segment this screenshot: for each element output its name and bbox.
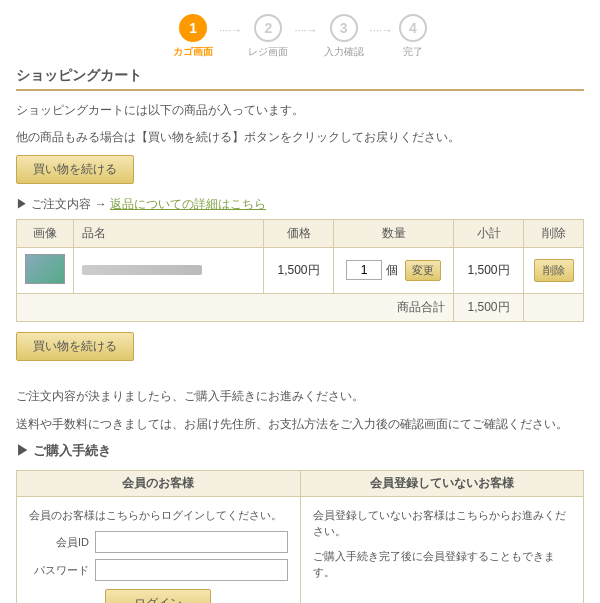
qty-unit: 個 (386, 263, 398, 277)
step-4: 4 完了 (399, 14, 427, 59)
continue-shopping-button-bottom[interactable]: 買い物を続ける (16, 332, 134, 361)
col-header-name: 品名 (74, 220, 264, 248)
col-header-subtotal: 小計 (454, 220, 524, 248)
step-1-label: カゴ画面 (173, 45, 213, 59)
continue-shopping-button-top[interactable]: 買い物を続ける (16, 155, 134, 184)
password-input[interactable] (95, 559, 288, 581)
step-bar: 1 カゴ画面 ····→ 2 レジ画面 ····→ 3 入力確認 ····→ 4… (0, 0, 600, 67)
order-header-text: ▶ ご注文内容 → (16, 197, 110, 211)
purchase-info-1: ご注文内容が決まりましたら、ご購入手続きにお進みください。 (16, 387, 584, 406)
step-1-circle: 1 (179, 14, 207, 42)
step-2-label: レジ画面 (248, 45, 288, 59)
total-empty (524, 294, 584, 322)
product-name (82, 265, 202, 275)
order-section: ▶ ご注文内容 → 返品についての詳細はこちら 画像 品名 価格 数量 小計 削… (16, 196, 584, 322)
member-id-label: 会員ID (29, 535, 89, 550)
qty-input[interactable] (346, 260, 382, 280)
purchase-section: ご注文内容が決まりましたら、ご購入手続きにお進みください。 送料や手数料につきま… (16, 387, 584, 603)
col-header-delete: 削除 (524, 220, 584, 248)
product-price-cell: 1,500円 (264, 248, 334, 294)
page-title: ショッピングカート (16, 67, 584, 91)
product-delete-cell: 削除 (524, 248, 584, 294)
step-arrow-3: ····→ (370, 24, 393, 36)
purchase-info-2: 送料や手数料につきましては、お届け先住所、お支払方法をご入力後の確認画面にてご確… (16, 415, 584, 434)
step-3-label: 入力確認 (324, 45, 364, 59)
col-header-img: 画像 (17, 220, 74, 248)
password-label: パスワード (29, 563, 89, 578)
cart-info-2: 他の商品もみる場合は【買い物を続ける】ボタンをクリックしてお戻りください。 (16, 128, 584, 147)
total-value: 1,500円 (454, 294, 524, 322)
change-qty-button[interactable]: 変更 (405, 260, 441, 281)
product-image-cell (17, 248, 74, 294)
member-box-right-title: 会員登録していないお客様 (301, 471, 584, 497)
step-3: 3 入力確認 (324, 14, 364, 59)
total-row: 商品合計 1,500円 (17, 294, 584, 322)
member-box-right-desc1: 会員登録していないお客様はこちらからお進みください。 (313, 507, 572, 540)
step-2: 2 レジ画面 (248, 14, 288, 59)
delete-button[interactable]: 削除 (534, 259, 574, 282)
member-box-right: 会員登録していないお客様 会員登録していないお客様はこちらからお進みください。 … (301, 471, 584, 603)
member-id-input[interactable] (95, 531, 288, 553)
member-box-left-desc: 会員のお客様はこちらからログインしてください。 (29, 507, 288, 524)
table-header-row: 画像 品名 価格 数量 小計 削除 (17, 220, 584, 248)
password-row: パスワード (29, 559, 288, 581)
return-details-link[interactable]: 返品についての詳細はこちら (110, 197, 266, 211)
member-id-row: 会員ID (29, 531, 288, 553)
product-subtotal-cell: 1,500円 (454, 248, 524, 294)
step-arrow-1: ····→ (219, 24, 242, 36)
step-1: 1 カゴ画面 (173, 14, 213, 59)
page-content: ショッピングカート ショッピングカートには以下の商品が入っています。 他の商品も… (0, 67, 600, 603)
step-4-circle: 4 (399, 14, 427, 42)
member-box-left: 会員のお客様 会員のお客様はこちらからログインしてください。 会員ID パスワー… (17, 471, 301, 603)
product-image (25, 254, 65, 284)
product-name-cell (74, 248, 264, 294)
cart-info-1: ショッピングカートには以下の商品が入っています。 (16, 101, 584, 120)
col-header-price: 価格 (264, 220, 334, 248)
step-3-circle: 3 (330, 14, 358, 42)
member-box-left-title: 会員のお客様 (17, 471, 300, 497)
member-boxes: 会員のお客様 会員のお客様はこちらからログインしてください。 会員ID パスワー… (16, 470, 584, 603)
order-header: ▶ ご注文内容 → 返品についての詳細はこちら (16, 196, 584, 213)
step-2-circle: 2 (254, 14, 282, 42)
step-4-label: 完了 (403, 45, 423, 59)
step-arrow-2: ····→ (294, 24, 317, 36)
purchase-section-title: ▶ ご購入手続き (16, 442, 584, 460)
table-row: 1,500円 個 変更 1,500円 削除 (17, 248, 584, 294)
col-header-qty: 数量 (334, 220, 454, 248)
login-button[interactable]: ログイン (105, 589, 211, 603)
total-label: 商品合計 (17, 294, 454, 322)
cart-table: 画像 品名 価格 数量 小計 削除 1,500円 (16, 219, 584, 322)
member-box-right-desc2: ご購入手続き完了後に会員登録することもできます。 (313, 548, 572, 581)
product-qty-cell: 個 変更 (334, 248, 454, 294)
